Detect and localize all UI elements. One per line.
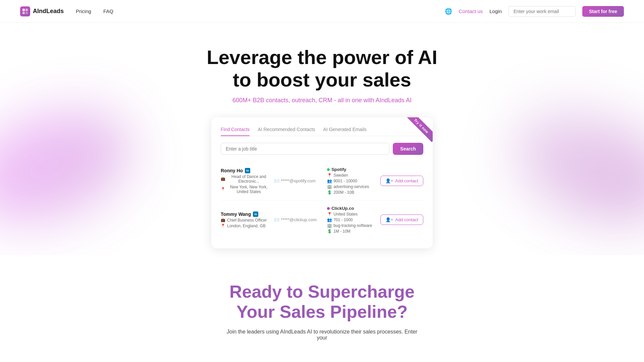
bottom-title-line2: Your Sales Pipeline?	[236, 302, 408, 321]
svg-rect-2	[22, 12, 25, 14]
start-free-button[interactable]: Start for free	[582, 6, 624, 17]
company-employees-2: 👥 701 - 1000	[327, 218, 377, 222]
logo[interactable]: AIndLeads	[20, 6, 64, 16]
contact-location-1: 📍 New York, New York, United States	[221, 185, 271, 194]
hero-content: Leverage the power of AI to boost your s…	[7, 46, 637, 248]
email-icon-2: ✉️	[274, 217, 279, 222]
company-industry-2: 🏢 bug-tracking-software	[327, 223, 377, 228]
hero-title: Leverage the power of AI to boost your s…	[7, 46, 637, 91]
tab-ai-emails[interactable]: AI Generated Emails	[323, 127, 367, 136]
tab-ai-recommended[interactable]: AI Recommended Contacts	[258, 127, 315, 136]
svg-rect-1	[25, 9, 28, 11]
contact-name-2: Tommy Wang in	[221, 212, 271, 217]
contact-name-1: Ronny Ho in	[221, 168, 271, 173]
briefcase-icon-1: 💼	[221, 177, 225, 181]
demo-card: Try it now Find Contacts AI Recommended …	[211, 117, 433, 248]
company-employees-1: 👥 9001 - 10000	[327, 179, 377, 183]
company-name-2: ClickUp.co	[327, 206, 377, 211]
company-country-2: 📍 United States	[327, 212, 377, 217]
revenue-icon-2: 💲	[327, 229, 332, 234]
location-icon-2: 📍	[327, 212, 332, 217]
bottom-title: Ready to Supercharge Your Sales Pipeline…	[7, 282, 637, 322]
contact-email-1: ✉️ *****@spotify.com	[274, 178, 324, 183]
hero-title-line2: to boost your sales	[233, 69, 411, 90]
contact-title-2: 💼 Chief Business Officer	[221, 218, 271, 223]
faq-link[interactable]: FAQ	[103, 8, 113, 14]
company-industry-1: 🏢 advertising-services	[327, 184, 377, 189]
contact-title-1: 💼 Head of Dance and Electronic...	[221, 174, 271, 184]
try-it-ribbon: Try it now	[399, 117, 433, 151]
pricing-link[interactable]: Pricing	[76, 8, 91, 14]
nav-right: 🌐 Contact us Login Start for free	[445, 6, 624, 17]
bottom-title-line1: Ready to Supercharge	[229, 282, 415, 301]
search-row: Search	[221, 143, 423, 155]
contact-company-2: ClickUp.co 📍 United States 👥 701 - 1000 …	[327, 206, 377, 234]
company-name-1: Spotify	[327, 167, 377, 172]
contact-company-1: Spotify 📍 Sweden 👥 9001 - 10000 🏢 advert…	[327, 167, 377, 195]
hero-subtitle: 600M+ B2B contacts, outreach, CRM - all …	[7, 97, 637, 104]
company-revenue-1: 💲 200M - 10B	[327, 190, 377, 195]
nav-email-input[interactable]	[508, 6, 576, 17]
company-dot-2	[327, 207, 330, 210]
industry-icon-1: 🏢	[327, 184, 332, 189]
company-dot-1	[327, 168, 330, 171]
pin-icon-2: 📍	[221, 224, 225, 228]
contact-location-2: 📍 London, England, GB	[221, 224, 271, 228]
email-icon-1: ✉️	[274, 178, 279, 183]
company-revenue-2: 💲 1M - 10M	[327, 229, 377, 234]
bottom-subtitle: Join the leaders using AIndLeads AI to r…	[221, 329, 423, 341]
pin-icon-1: 📍	[221, 187, 225, 191]
globe-icon[interactable]: 🌐	[445, 8, 452, 15]
contact-email-2: ✉️ *****@clickup.com	[274, 217, 324, 222]
contact-info-1: Ronny Ho in 💼 Head of Dance and Electron…	[221, 168, 271, 194]
location-icon-1: 📍	[327, 173, 332, 178]
try-it-label: Try it now	[405, 117, 433, 142]
add-icon-1: 👤+	[385, 178, 393, 183]
briefcase-icon-2: 💼	[221, 218, 225, 222]
login-link[interactable]: Login	[489, 8, 502, 14]
demo-tabs: Find Contacts AI Recommended Contacts AI…	[221, 127, 423, 136]
svg-rect-0	[22, 9, 25, 11]
logo-text: AIndLeads	[33, 8, 64, 15]
linkedin-icon-1[interactable]: in	[245, 168, 250, 173]
job-title-input[interactable]	[221, 143, 389, 155]
contact-row: Ronny Ho in 💼 Head of Dance and Electron…	[221, 162, 423, 200]
hero-title-line1: Leverage the power of AI	[207, 46, 437, 68]
bottom-section: Ready to Supercharge Your Sales Pipeline…	[0, 255, 644, 354]
linkedin-icon-2[interactable]: in	[253, 212, 258, 217]
tab-find-contacts[interactable]: Find Contacts	[221, 127, 250, 136]
contact-link[interactable]: Contact us	[459, 8, 483, 14]
contact-row-2: Tommy Wang in 💼 Chief Business Officer 📍…	[221, 200, 423, 239]
people-icon-1: 👥	[327, 179, 332, 183]
contact-info-2: Tommy Wang in 💼 Chief Business Officer 📍…	[221, 212, 271, 228]
svg-rect-3	[25, 12, 28, 14]
add-contact-button-1[interactable]: 👤+ Add contact	[380, 176, 423, 186]
add-contact-button-2[interactable]: 👤+ Add contact	[380, 215, 423, 225]
company-country-1: 📍 Sweden	[327, 173, 377, 178]
logo-icon	[20, 6, 30, 16]
navbar: AIndLeads Pricing FAQ 🌐 Contact us Login…	[0, 0, 644, 23]
industry-icon-2: 🏢	[327, 223, 332, 228]
add-icon-2: 👤+	[385, 217, 393, 222]
hero-section: Leverage the power of AI to boost your s…	[0, 23, 644, 255]
revenue-icon-1: 💲	[327, 190, 332, 195]
nav-left: AIndLeads Pricing FAQ	[20, 6, 113, 16]
people-icon-2: 👥	[327, 218, 332, 222]
